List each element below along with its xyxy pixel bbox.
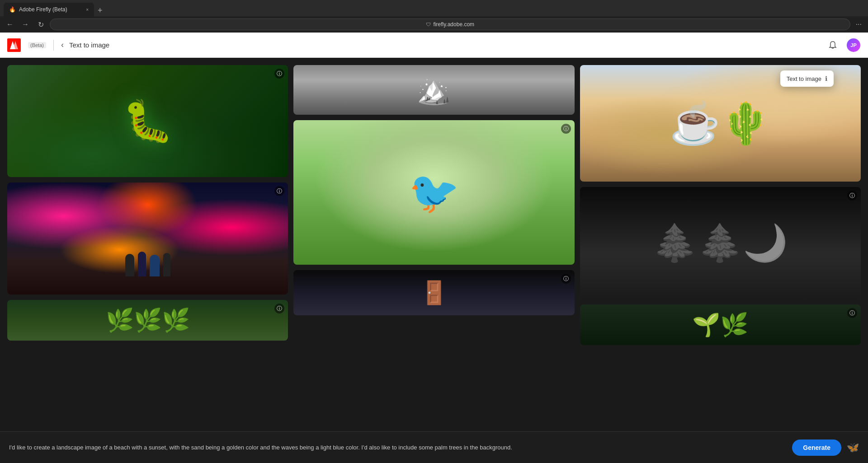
image-info-button-7[interactable]: ⓘ [847,308,857,318]
avatar-initials: JP [850,42,856,48]
tooltip-popup: Text to image ℹ [780,70,834,87]
user-avatar[interactable]: JP [846,38,861,52]
back-button[interactable]: ← [4,18,16,31]
image-info-button-5[interactable]: ⓘ [561,274,571,284]
url-text: firefly.adobe.com [434,21,475,28]
avatar-circle: JP [847,38,860,52]
tab-title: Adobe Firefly (Beta) [19,6,67,13]
image-ferns: 🌿🌿🌿 [7,300,288,341]
header-divider [53,40,54,51]
image-city-night [7,182,288,295]
page-title: Text to image [69,41,109,49]
tooltip-info-icon[interactable]: ℹ [825,75,827,82]
image-mountain: 🏔️ [293,65,574,115]
forward-button[interactable]: → [19,18,32,31]
beta-badge: (Beta) [28,42,46,48]
security-icon: 🛡 [426,22,431,27]
gallery-item-mountain[interactable]: 🏔️ [293,65,574,115]
refresh-button[interactable]: ↻ [34,18,47,31]
new-tab-button[interactable]: + [96,6,104,15]
address-bar[interactable]: 🛡 firefly.adobe.com [50,19,850,30]
gallery-col-2: 🏔️ 🐦 ⓘ 🚪 ⓘ [293,65,574,345]
image-caterpillar: 🐛 [7,65,288,177]
gallery-item-dark-foliage[interactable]: 🌱🌿 ⓘ [580,304,861,345]
adobe-logo [7,38,23,52]
tab-close-button[interactable]: × [86,7,89,12]
adobe-svg-icon [10,41,18,49]
gallery-item-forest[interactable]: 🌲🌲🌙 ⓘ [580,187,861,299]
browser-chrome: 🔥 Adobe Firefly (Beta) × + ← → ↻ 🛡 firef… [0,0,868,33]
browser-tab[interactable]: 🔥 Adobe Firefly (Beta) × [4,3,94,16]
image-info-button-6[interactable]: ⓘ [847,191,857,201]
image-info-button-4[interactable]: ⓘ [561,124,571,134]
header-right: JP [826,38,861,52]
adobe-logo-icon [7,38,21,52]
tab-bar: 🔥 Adobe Firefly (Beta) × + [0,0,868,16]
gallery-container: 🐛 ⓘ ⓘ 🌿🌿🌿 [0,58,868,431]
tab-favicon: 🔥 [9,6,15,13]
browser-menu-button[interactable]: ··· [853,19,864,30]
image-forest-night: 🌲🌲🌙 [580,187,861,299]
tooltip-text: Text to image [787,75,821,82]
gallery-col-3: ☕🌵 Text to image ℹ 🌲🌲🌙 ⓘ 🌱🌿 [580,65,861,345]
nav-bar: ← → ↻ 🛡 firefly.adobe.com ··· [0,16,868,33]
gallery-item-caterpillar[interactable]: 🐛 ⓘ [7,65,288,177]
image-window: 🚪 [293,270,574,315]
image-dark-foliage: 🌱🌿 [580,304,861,345]
gallery-item-ferns[interactable]: 🌿🌿🌿 ⓘ [7,300,288,341]
gallery-item-bird[interactable]: 🐦 ⓘ [293,120,574,265]
bell-icon [828,41,837,50]
notification-icon[interactable] [826,38,840,52]
page-back-button[interactable]: ‹ [61,40,64,50]
image-bird: 🐦 [293,120,574,265]
app-header: (Beta) ‹ Text to image JP [0,33,868,58]
gallery-item-window[interactable]: 🚪 ⓘ [293,270,574,315]
masonry-grid: 🐛 ⓘ ⓘ 🌿🌿🌿 [7,65,861,345]
gallery-item-tea[interactable]: ☕🌵 Text to image ℹ [580,65,861,182]
gallery-item-city[interactable]: ⓘ [7,182,288,295]
gallery-col-1: 🐛 ⓘ ⓘ 🌿🌿🌿 [7,65,288,345]
